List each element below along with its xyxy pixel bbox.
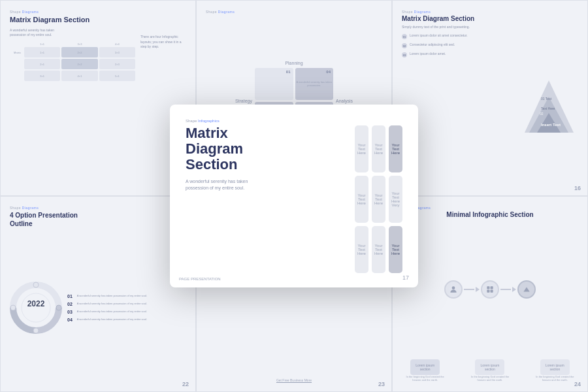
- bullet-dot-1: 01: [402, 34, 407, 39]
- bullet-dot-3: 03: [402, 52, 407, 57]
- slide-7-pagenum: 23: [378, 381, 385, 387]
- center-page-num: 17: [402, 274, 409, 281]
- svg-rect-4: [491, 289, 493, 292]
- center-brand-accent: Infographics: [198, 119, 220, 123]
- matrix-cell-23: 2×3: [99, 59, 135, 69]
- circle-num-2: 02: [67, 302, 73, 306]
- arrow-flow: [402, 223, 578, 355]
- slide-6-brand: Shape Diagrams: [10, 206, 186, 210]
- svg-rect-3: [487, 289, 489, 292]
- center-matrix: Your Text Here Your Text Here Your Text …: [355, 125, 402, 273]
- slide-2-brand: Shape Diagrams: [206, 10, 382, 14]
- flow-desc-1: In the beginning God created the heaven …: [402, 375, 448, 382]
- bullet-text-1: Lorem ipsum dolor sit amet consectetur.: [410, 33, 468, 38]
- flow-icon-2: [481, 280, 499, 299]
- matrix-row-1: Matrix 1×1 2×2 3×3: [10, 47, 135, 57]
- flow-box-2: Lorem ipsumsection: [475, 359, 504, 375]
- circle-desc-3: A wonderful serenity has taken possessio…: [77, 310, 147, 314]
- circle-item-3: 03 A wonderful serenity has taken posses…: [67, 310, 186, 314]
- year-text: 2022: [27, 299, 45, 308]
- svg-rect-1: [487, 286, 489, 289]
- slide-6-title: 4 Option Presentation Outline: [10, 211, 95, 228]
- matrix-cell-31: 3×1: [24, 71, 60, 81]
- center-subtitle: A wonderful serenity has taken possessio…: [186, 178, 263, 192]
- center-content-row: MatrixDiagramSection A wonderful serenit…: [186, 125, 402, 273]
- slide-8-title: Minimal Infographic Section: [402, 211, 578, 218]
- flow-arrow-2: [500, 287, 516, 292]
- slide-5-title: Matrix Diagram Section: [402, 15, 578, 22]
- circle-desc-4: A wonderful serenity has taken possessio…: [77, 318, 147, 321]
- matrix-row-label-1: Matrix: [10, 51, 23, 54]
- center-cell-4: Your Text Here: [355, 176, 368, 223]
- bullet-text-2: Consectetur adipiscing elit sed.: [410, 42, 455, 47]
- flow-box-1: Lorem ipsumsection: [410, 359, 440, 375]
- center-cell-2: Your Text Here: [372, 125, 385, 172]
- pyramid-area: Insert Text 02 Text Here 01 Text: [519, 33, 578, 186]
- slide-5-bullets: 01 Lorem ipsum dolor sit amet consectetu…: [402, 33, 514, 186]
- center-left-col: MatrixDiagramSection A wonderful serenit…: [186, 125, 263, 273]
- slide-5: Shape Diagrams Matrix Diagram Section Si…: [392, 0, 588, 196]
- flow-desc-2: In the beginning God created the heaven …: [466, 375, 513, 382]
- circle-desc-2: A wonderful serenity has taken possessio…: [77, 302, 147, 306]
- pyramid-svg: Insert Text 02 Text Here 01 Text: [521, 77, 577, 142]
- matrix-cell-32: 4×1: [61, 71, 97, 81]
- svg-point-11: [33, 328, 39, 333]
- slide-1-brand: Shape Diagrams: [10, 10, 186, 14]
- center-cell-3: Your Text Here: [389, 125, 402, 172]
- quadrant-cell-2: 04 A wonderful serenity has taken posses…: [295, 68, 334, 100]
- slide-1-title: Matrix Diagram Section: [10, 15, 186, 24]
- circle-item-2: 02 A wonderful serenity has taken posses…: [67, 302, 186, 306]
- quadrant-cell-1: 01: [255, 68, 293, 100]
- slide-8-pagenum: 24: [574, 381, 581, 387]
- matrix-cell-12: 2×2: [61, 47, 97, 57]
- circle-num-4: 04: [67, 318, 73, 322]
- circle-item-4: 04 A wonderful serenity has taken posses…: [67, 318, 186, 322]
- center-title: MatrixDiagramSection: [186, 125, 263, 173]
- matrix-cell-33: 5×1: [99, 71, 135, 81]
- pyramid-text-2: Text Here: [541, 106, 555, 110]
- center-cell-8: Your Text Here: [372, 226, 385, 273]
- slide-6-pagenum: 22: [182, 381, 189, 387]
- center-page-label: PAGE PRESENTATION: [179, 277, 221, 281]
- svg-point-10: [56, 305, 61, 310]
- slide-5-brand: Shape Diagrams: [402, 10, 578, 14]
- svg-point-0: [452, 286, 455, 289]
- svg-point-9: [33, 282, 39, 287]
- matrix-header-1: 1×1: [24, 42, 60, 46]
- matrix-row-3: 3×1 4×1 5×1: [10, 71, 135, 81]
- center-slide: Shape Infographics MatrixDiagramSection …: [170, 105, 418, 287]
- matrix-cell-21: 2×1: [24, 59, 60, 69]
- circle-diagram: 2022: [10, 282, 62, 334]
- pyramid-num-2: 02: [540, 112, 544, 116]
- circle-num-1: 01: [67, 294, 73, 299]
- slide-6: Shape Diagrams 4 Option Presentation Out…: [0, 196, 196, 392]
- slide-1-brand-accent: Diagrams: [22, 10, 39, 14]
- bullet-2: 02 Consectetur adipiscing elit sed.: [402, 42, 514, 48]
- quadrant-label-left: Strategy: [235, 99, 252, 103]
- circle-desc-1: A wonderful serenity has taken possessio…: [77, 294, 147, 298]
- slide-5-subtitle: Simply dummy text of the print and types…: [402, 25, 578, 29]
- pyramid-text-1: 01 Text: [541, 97, 552, 101]
- matrix-header-3: 4×4: [99, 42, 135, 46]
- svg-point-12: [10, 305, 16, 310]
- slide-5-content: 01 Lorem ipsum dolor sit amet consectetu…: [402, 33, 578, 186]
- flow-arrow-1: [464, 287, 480, 292]
- center-cell-9: Your Text Here: [389, 226, 402, 273]
- slide-1: Shape Diagrams Matrix Diagram Section A …: [0, 0, 196, 196]
- flow-icon-1: [444, 280, 463, 299]
- center-brand: Shape Infographics: [186, 119, 402, 123]
- quadrant-num-2: 04: [326, 70, 331, 74]
- quadrant-text-1: [272, 82, 275, 85]
- matrix-cell-22: 2×2: [61, 59, 97, 69]
- flow-desc-3: In the beginning God created the heaven …: [532, 375, 578, 382]
- quadrant-label-top: Planning: [285, 61, 302, 65]
- quadrant-num-1: 01: [286, 70, 291, 74]
- slide-6-content: 2022 01 A wonderful serenity has taken p…: [10, 233, 186, 382]
- svg-rect-2: [491, 286, 493, 289]
- circle-num-3: 03: [67, 310, 73, 314]
- bullet-text-3: Lorem ipsum dolor amet.: [410, 52, 446, 56]
- flow-descriptions: Lorem ipsumsection In the beginning God …: [402, 359, 578, 382]
- slide-1-subtitle: A wonderful serenity has taken possessio…: [10, 28, 62, 37]
- matrix-cell-11: 1×1: [24, 47, 60, 57]
- slide-7-link[interactable]: Get Free Business More: [206, 378, 382, 382]
